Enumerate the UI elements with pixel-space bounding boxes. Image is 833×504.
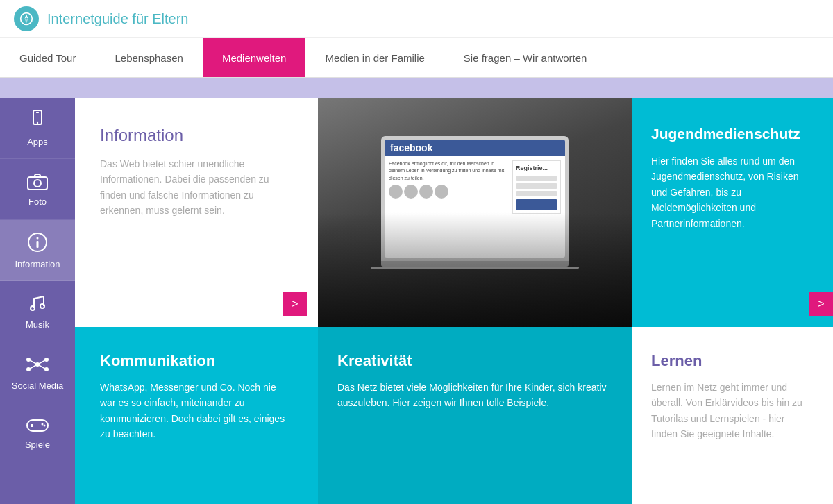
card-information-title: Information bbox=[100, 126, 293, 145]
nav-item-medien-familie[interactable]: Medien in der Familie bbox=[305, 38, 444, 77]
card-kreativitaet-text: Das Netz bietet viele Möglichkeiten für … bbox=[337, 380, 612, 411]
facebook-image: facebook Facebook ermöglicht es dir, mit… bbox=[318, 98, 632, 327]
svg-point-9 bbox=[37, 237, 39, 240]
phone-icon bbox=[26, 109, 49, 131]
nav-item-sie-fragen[interactable]: Sie fragen – Wir antworten bbox=[444, 38, 607, 77]
nav-item-lebensphasen[interactable]: Lebensphasen bbox=[95, 38, 202, 77]
svg-line-18 bbox=[28, 360, 37, 364]
svg-line-19 bbox=[37, 360, 47, 364]
svg-point-11 bbox=[31, 306, 35, 310]
card-jugend-arrow[interactable]: > bbox=[809, 292, 833, 316]
facebook-content: Facebook ermöglicht es dir, mit den Mens… bbox=[385, 156, 565, 219]
nav-item-medienwelten[interactable]: Medienwelten bbox=[203, 38, 306, 77]
card-lernen-text: Lernen im Netz geht immer und überall. V… bbox=[651, 380, 814, 442]
games-icon bbox=[26, 417, 49, 434]
info-icon bbox=[26, 231, 49, 253]
banner-strip bbox=[0, 78, 833, 98]
svg-marker-2 bbox=[25, 19, 28, 24]
card-kreativitaet-title: Kreativität bbox=[337, 352, 612, 370]
logo-icon bbox=[14, 6, 39, 31]
svg-line-21 bbox=[37, 364, 47, 369]
svg-point-4 bbox=[37, 122, 38, 124]
card-kommunikation-text: WhatsApp, Messenger und Co. Noch nie war… bbox=[100, 380, 293, 442]
card-kommunikation-title: Kommunikation bbox=[100, 352, 293, 370]
svg-marker-1 bbox=[25, 14, 28, 19]
svg-rect-5 bbox=[36, 112, 39, 113]
card-jugend-title: Jugendmedienschutz bbox=[651, 126, 814, 142]
card-lernen[interactable]: Lernen Lernen im Netz geht immer und übe… bbox=[632, 327, 833, 504]
svg-rect-6 bbox=[28, 177, 47, 190]
social-icon bbox=[26, 354, 49, 375]
sidebar-item-information[interactable]: Information bbox=[0, 220, 75, 281]
logo-text: Internetguide für Eltern bbox=[47, 11, 188, 27]
card-information[interactable]: Information Das Web bietet schier unendl… bbox=[75, 98, 318, 327]
svg-point-7 bbox=[34, 180, 41, 187]
svg-point-12 bbox=[40, 304, 44, 308]
main-nav: Guided Tour Lebensphasen Medienwelten Me… bbox=[0, 38, 833, 78]
card-lernen-title: Lernen bbox=[651, 352, 814, 370]
sidebar-item-spiele[interactable]: Spiele bbox=[0, 403, 75, 464]
sidebar-label-apps: Apps bbox=[27, 137, 48, 147]
camera-icon bbox=[26, 171, 49, 191]
svg-rect-10 bbox=[37, 241, 39, 248]
facebook-bar: facebook bbox=[385, 140, 565, 156]
header: Internetguide für Eltern bbox=[0, 0, 833, 38]
svg-point-26 bbox=[44, 425, 46, 427]
sidebar-label-musik: Musik bbox=[26, 319, 49, 330]
sidebar-label-information: Information bbox=[15, 259, 60, 269]
sidebar-label-spiele: Spiele bbox=[25, 439, 50, 450]
sidebar-item-musik[interactable]: Musik bbox=[0, 281, 75, 342]
sidebar-label-social-media: Social Media bbox=[12, 380, 63, 391]
sidebar-label-foto: Foto bbox=[28, 196, 47, 207]
card-information-text: Das Web bietet schier unendliche Informa… bbox=[100, 156, 293, 219]
nav-item-guided-tour[interactable]: Guided Tour bbox=[0, 38, 95, 77]
card-jugend-text: Hier finden Sie alles rund um den Jugend… bbox=[651, 153, 814, 231]
card-kreativitaet[interactable]: Kreativität Das Netz bietet viele Möglic… bbox=[318, 327, 632, 504]
svg-point-25 bbox=[42, 423, 44, 426]
sidebar-item-apps[interactable]: Apps bbox=[0, 98, 75, 159]
sidebar-item-social-media[interactable]: Social Media bbox=[0, 342, 75, 403]
sidebar: Apps Foto Information bbox=[0, 98, 75, 504]
card-information-arrow[interactable]: > bbox=[283, 292, 307, 316]
sidebar-item-foto[interactable]: Foto bbox=[0, 159, 75, 220]
card-kommunikation[interactable]: Kommunikation WhatsApp, Messenger und Co… bbox=[75, 327, 318, 504]
card-jugend[interactable]: Jugendmedienschutz Hier finden Sie alles… bbox=[632, 98, 833, 327]
svg-line-20 bbox=[28, 364, 37, 369]
main-content: Apps Foto Information bbox=[0, 98, 833, 504]
card-photo: facebook Facebook ermöglicht es dir, mit… bbox=[318, 98, 632, 327]
music-icon bbox=[27, 293, 48, 314]
content-grid: Information Das Web bietet schier unendl… bbox=[75, 98, 833, 504]
